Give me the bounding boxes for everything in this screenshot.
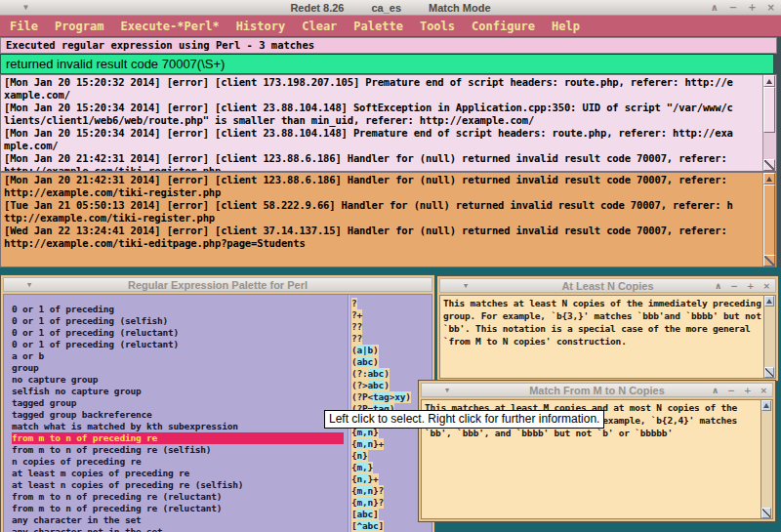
- palette-row[interactable]: 0 or 1 of preceding (reluctant)??: [4, 333, 432, 345]
- palette-row[interactable]: any character not in the set[^abc]: [4, 520, 432, 532]
- log-line: [Mon Jan 20 15:20:34 2014] [error] [clie…: [4, 127, 762, 140]
- palette-row-symbol: {m,n}+: [351, 438, 384, 450]
- resize-grip-icon[interactable]: [764, 367, 774, 378]
- log-line: [Mon Jan 20 15:20:34 2014] [error] [clie…: [4, 102, 762, 114]
- maximize-button[interactable]: +: [748, 2, 756, 13]
- log-line: [Mon Jan 20 21:42:31 2014] [error] [clie…: [4, 152, 762, 165]
- minimize-button[interactable]: −: [730, 281, 738, 291]
- menu-item-configure[interactable]: Configure: [472, 20, 535, 33]
- sample-log-scrollbar[interactable]: [762, 75, 776, 171]
- minimize-button[interactable]: −: [729, 2, 737, 13]
- status-bar: Executed regular expression using Perl -…: [0, 37, 777, 54]
- match-log-area[interactable]: [Mon Jan 20 21:42:31 2014] [error] [clie…: [0, 172, 777, 267]
- menu-item-clear[interactable]: Clear: [302, 20, 337, 33]
- close-button[interactable]: ×: [760, 386, 767, 395]
- menu-item-tools[interactable]: Tools: [420, 20, 455, 33]
- palette-row-symbol: (?>abc): [351, 380, 390, 391]
- window-controls: ∧−+×: [711, 0, 775, 15]
- palette-row[interactable]: n copies of preceding re{n}: [4, 450, 432, 462]
- palette-row[interactable]: at least n copies of preceding re (selfi…: [4, 473, 432, 485]
- match-log-text: [Mon Jan 20 21:42:31 2014] [error] [clie…: [4, 174, 762, 266]
- palette-row[interactable]: no capture group(?:abc): [4, 368, 432, 380]
- palette-row-symbol: (?:abc): [351, 368, 390, 380]
- scroll-up-icon[interactable]: [763, 75, 775, 87]
- maximize-button[interactable]: +: [744, 386, 752, 395]
- app-name: Redet 8.26: [290, 2, 344, 14]
- palette-row[interactable]: tagged group(?P<tag>xy): [4, 391, 432, 403]
- palette-row-symbol: [^abc]: [351, 520, 384, 532]
- redet-app-window: ▼ Redet 8.26 ca_es Match Mode ∧−+× FileP…: [0, 0, 781, 532]
- scroll-up-icon[interactable]: [763, 173, 775, 184]
- tip-text-line: `from M to N copies' construction.: [443, 335, 762, 348]
- menu-item-execute-perl[interactable]: Execute-*Perl*: [120, 20, 219, 33]
- palette-row-symbol: {m,}: [351, 462, 373, 473]
- shade-button[interactable]: ∧: [715, 281, 721, 291]
- palette-row[interactable]: from m to n of preceding re (selfish){m,…: [4, 438, 432, 450]
- m-to-n-title-bar[interactable]: ▼ Match From M to N Copies ∧−+×: [421, 383, 773, 397]
- log-line: lients/client1/web6/web/route.php" is sm…: [4, 114, 762, 127]
- shade-button[interactable]: ∧: [712, 386, 719, 395]
- scroll-up-icon[interactable]: [764, 296, 774, 307]
- palette-row-symbol: {n}: [351, 450, 368, 462]
- palette-row-symbol: (abc): [351, 356, 379, 368]
- window-title: Redet 8.26 ca_es Match Mode: [0, 0, 781, 15]
- menu-item-program[interactable]: Program: [55, 20, 104, 33]
- palette-row[interactable]: any character in the set[abc]: [4, 509, 432, 520]
- at-least-scrollbar[interactable]: [763, 296, 775, 378]
- shade-button[interactable]: ∧: [711, 2, 719, 13]
- resize-grip-icon[interactable]: [763, 255, 775, 266]
- log-line: [Wed Jan 22 13:24:41 2014] [error] [clie…: [4, 225, 762, 237]
- palette-row[interactable]: at least m copies of preceding re{m,}: [4, 462, 432, 473]
- tip-text-line: group. For example, `b{3,}' matches `bbb…: [443, 309, 762, 322]
- palette-row-symbol: ??: [351, 321, 362, 333]
- log-line: http://example.com/tiki-register.php: [4, 165, 762, 171]
- palette-row[interactable]: group(abc): [4, 356, 432, 368]
- menu-bar: FileProgramExecute-*Perl*HistoryClearPal…: [0, 15, 781, 37]
- log-line: http://example.com/tiki-editpage.php?pag…: [4, 237, 762, 250]
- palette-row-symbol: (a|b): [351, 345, 379, 356]
- scrollbar-thumb[interactable]: [763, 87, 775, 133]
- maximize-button[interactable]: +: [747, 281, 755, 291]
- menu-item-history[interactable]: History: [236, 20, 286, 33]
- window-controls: ∧−+×: [712, 384, 767, 397]
- match-log-scrollbar[interactable]: [762, 173, 776, 266]
- palette-row[interactable]: a or b(a|b): [4, 345, 432, 356]
- log-line: ttp://example.com/tiki-register.php: [4, 212, 762, 225]
- title-bar[interactable]: ▼ Redet 8.26 ca_es Match Mode ∧−+×: [0, 0, 781, 16]
- regex-input[interactable]: returned invalid result code 70007(\S+): [0, 54, 774, 74]
- at-least-text: This matches at least N copies of the im…: [443, 297, 762, 378]
- at-least-body[interactable]: This matches at least N copies of the im…: [439, 295, 776, 379]
- sample-log-area[interactable]: [Mon Jan 20 15:20:32 2014] [error] [clie…: [0, 74, 777, 172]
- palette-row[interactable]: 0 or 1 of preceding (selfish)?+: [4, 309, 432, 321]
- menu-item-help[interactable]: Help: [552, 20, 580, 33]
- palette-row-symbol: [abc]: [351, 509, 379, 520]
- palette-row-symbol: ?: [351, 298, 357, 309]
- minimize-button[interactable]: −: [727, 386, 735, 395]
- close-button[interactable]: ×: [762, 281, 770, 291]
- tip-text-line: This matches at least N copies of the im…: [443, 297, 762, 309]
- palette-row[interactable]: from m to n of preceding re (reluctant){…: [4, 497, 432, 509]
- log-line: [Tue Jan 21 05:50:13 2014] [error] [clie…: [4, 199, 762, 212]
- palette-title-bar[interactable]: ▼ Regular Expression Palette for Perl: [3, 277, 432, 292]
- log-line: [Mon Jan 20 21:42:31 2014] [error] [clie…: [4, 174, 762, 186]
- palette-row[interactable]: selfish no capture group(?>abc): [4, 380, 432, 391]
- resize-grip-icon[interactable]: [763, 159, 775, 171]
- palette-row[interactable]: 0 or 1 of preceding?: [4, 298, 432, 309]
- palette-row-symbol: {n,}+: [351, 473, 379, 485]
- scroll-up-icon[interactable]: [761, 400, 771, 411]
- m-to-n-scrollbar[interactable]: [760, 400, 772, 518]
- palette-row[interactable]: 0 or 1 of preceding (reluctant)??: [4, 321, 432, 333]
- palette-row[interactable]: from m to n of preceding re (reluctant){…: [4, 485, 432, 497]
- menu-item-palette[interactable]: Palette: [353, 20, 403, 33]
- palette-row-symbol: ?+: [351, 309, 362, 321]
- close-button[interactable]: ×: [767, 2, 775, 13]
- palette-window: ▼ Regular Expression Palette for Perl 0 …: [0, 274, 435, 532]
- menu-item-file[interactable]: File: [10, 20, 38, 33]
- tip-text-line: `bb'. This notation is a special case of…: [443, 322, 762, 335]
- at-least-title-bar[interactable]: ▼ At Least N Copies ∧−+×: [439, 278, 776, 293]
- resize-grip-icon[interactable]: [761, 508, 771, 518]
- palette-row-symbol: {m,n}?: [351, 485, 384, 497]
- scrollbar-thumb[interactable]: [763, 184, 775, 257]
- palette-row-symbol: (?P<tag>xy): [351, 391, 411, 403]
- locale-label: ca_es: [371, 2, 401, 14]
